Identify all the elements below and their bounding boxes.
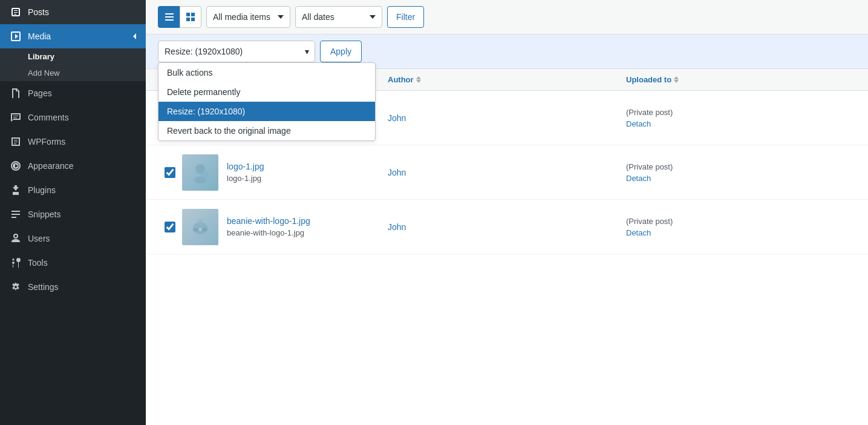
file-name-logo: logo-1.jpg — [227, 174, 264, 183]
author-cell-pennant: John — [388, 113, 626, 123]
sidebar-item-comments-label: Comments — [28, 113, 69, 122]
thumbnail-cell-logo: logo-1.jpg logo-1.jpg — [182, 154, 388, 191]
col-uploaded[interactable]: Uploaded to — [626, 75, 723, 84]
main-content: All media items Images Video Audio All d… — [146, 0, 868, 425]
file-link-beanie[interactable]: beanie-with-logo-1.jpg — [227, 216, 310, 226]
table-row: logo-1.jpg logo-1.jpg John (Private post… — [146, 145, 868, 200]
sidebar-item-posts[interactable]: Posts — [0, 0, 146, 24]
sidebar-item-media-label: Media — [28, 31, 51, 41]
uploaded-cell-logo: (Private post) Detach — [626, 162, 723, 183]
uploaded-sort-icon — [674, 76, 679, 83]
bulk-option-resize[interactable]: Resize: (1920x1080) — [158, 102, 375, 121]
bulk-option-bulk-actions[interactable]: Bulk actions — [158, 63, 375, 82]
row-checkbox-cell — [158, 222, 182, 232]
detach-link-beanie[interactable]: Detach — [626, 228, 723, 237]
sidebar-item-wpforms-label: WPForms — [28, 137, 65, 147]
sidebar-item-posts-label: Posts — [28, 7, 49, 17]
sidebar-item-pages[interactable]: Pages — [0, 81, 146, 105]
file-name-beanie: beanie-with-logo-1.jpg — [227, 228, 310, 237]
sidebar-item-users[interactable]: Users — [0, 226, 146, 251]
sidebar-item-users-label: Users — [28, 234, 50, 243]
row-checkbox-cell — [158, 167, 182, 178]
bulk-option-delete[interactable]: Delete permanently — [158, 82, 375, 102]
author-cell-logo: John — [388, 168, 626, 177]
pages-icon — [10, 87, 22, 99]
sidebar-item-appearance[interactable]: Appearance — [0, 154, 146, 178]
file-link-logo[interactable]: logo-1.jpg — [227, 162, 264, 171]
sidebar-item-snippets[interactable]: Snippets — [0, 202, 146, 226]
sidebar-subitem-add-new[interactable]: Add New — [0, 65, 146, 81]
detach-link-pennant[interactable]: Detach — [626, 119, 723, 128]
posts-icon — [10, 6, 22, 18]
row-checkbox-beanie[interactable] — [165, 222, 175, 232]
sort-up-icon-2 — [674, 76, 679, 79]
uploaded-label-pennant: (Private post) — [626, 108, 723, 117]
file-info-beanie: beanie-with-logo-1.jpg beanie-with-logo-… — [227, 216, 310, 237]
media-icon — [10, 30, 22, 42]
author-sort-icon — [416, 76, 421, 83]
list-view-button[interactable] — [158, 6, 180, 28]
svg-point-7 — [197, 219, 203, 225]
sidebar-item-wpforms[interactable]: WPForms — [0, 130, 146, 154]
appearance-icon — [10, 160, 22, 172]
row-checkbox-logo[interactable] — [165, 167, 175, 178]
bulk-actions-bar: Bulk actions Delete permanently Resize: … — [146, 35, 868, 69]
sidebar-subitem-library[interactable]: Library — [0, 48, 146, 65]
sidebar: Posts Media Library Add New Pages Commen… — [0, 0, 146, 425]
bulk-option-revert[interactable]: Revert back to the original image — [158, 121, 375, 140]
sidebar-item-tools[interactable]: Tools — [0, 251, 146, 275]
media-type-filter[interactable]: All media items Images Video Audio — [206, 6, 290, 28]
svg-point-4 — [201, 170, 209, 177]
svg-point-8 — [198, 228, 202, 231]
thumbnail-beanie — [182, 209, 218, 245]
sidebar-item-settings[interactable]: Settings — [0, 275, 146, 299]
file-info-logo: logo-1.jpg logo-1.jpg — [227, 162, 264, 183]
wpforms-icon — [10, 136, 22, 148]
media-arrow-icon — [133, 33, 136, 39]
settings-icon — [10, 281, 22, 293]
author-cell-beanie: John — [388, 222, 626, 232]
media-submenu: Library Add New — [0, 48, 146, 81]
sidebar-item-tools-label: Tools — [28, 258, 48, 268]
detach-link-logo[interactable]: Detach — [626, 174, 723, 183]
sidebar-item-media[interactable]: Media — [0, 24, 146, 48]
sidebar-item-snippets-label: Snippets — [28, 209, 60, 219]
date-filter[interactable]: All dates January 2024 December 2023 — [295, 6, 382, 28]
sort-down-icon-2 — [674, 80, 679, 83]
grid-view-button[interactable] — [180, 6, 201, 28]
thumbnail-cell-beanie: beanie-with-logo-1.jpg beanie-with-logo-… — [182, 209, 388, 245]
table-row: beanie-with-logo-1.jpg beanie-with-logo-… — [146, 200, 868, 254]
sidebar-item-pages-label: Pages — [28, 88, 52, 98]
author-header-label: Author — [388, 75, 414, 84]
bulk-select-wrapper: Bulk actions Delete permanently Resize: … — [158, 41, 315, 62]
comments-icon — [10, 111, 22, 124]
sidebar-item-appearance-label: Appearance — [28, 161, 74, 171]
filter-button[interactable]: Filter — [387, 6, 424, 28]
users-icon — [10, 232, 22, 245]
sidebar-item-settings-label: Settings — [28, 282, 59, 292]
bulk-actions-dropdown: Bulk actions Delete permanently Resize: … — [158, 62, 376, 141]
thumbnail-logo — [182, 154, 218, 191]
uploaded-label-logo: (Private post) — [626, 162, 723, 171]
apply-button[interactable]: Apply — [320, 41, 362, 62]
sidebar-item-plugins[interactable]: Plugins — [0, 178, 146, 202]
sort-up-icon — [416, 76, 421, 79]
snippets-icon — [10, 208, 22, 220]
view-toggle — [158, 6, 201, 28]
col-author[interactable]: Author — [388, 75, 626, 84]
sidebar-item-plugins-label: Plugins — [28, 185, 56, 195]
sidebar-item-comments[interactable]: Comments — [0, 105, 146, 130]
uploaded-cell-pennant: (Private post) Detach — [626, 108, 723, 128]
media-toolbar: All media items Images Video Audio All d… — [146, 0, 868, 35]
uploaded-cell-beanie: (Private post) Detach — [626, 217, 723, 237]
plugins-icon — [10, 184, 22, 196]
sort-down-icon — [416, 80, 421, 83]
uploaded-label-beanie: (Private post) — [626, 217, 723, 226]
uploaded-header-label: Uploaded to — [626, 75, 671, 84]
tools-icon — [10, 257, 22, 269]
bulk-actions-select[interactable]: Bulk actions Delete permanently Resize: … — [158, 41, 315, 62]
